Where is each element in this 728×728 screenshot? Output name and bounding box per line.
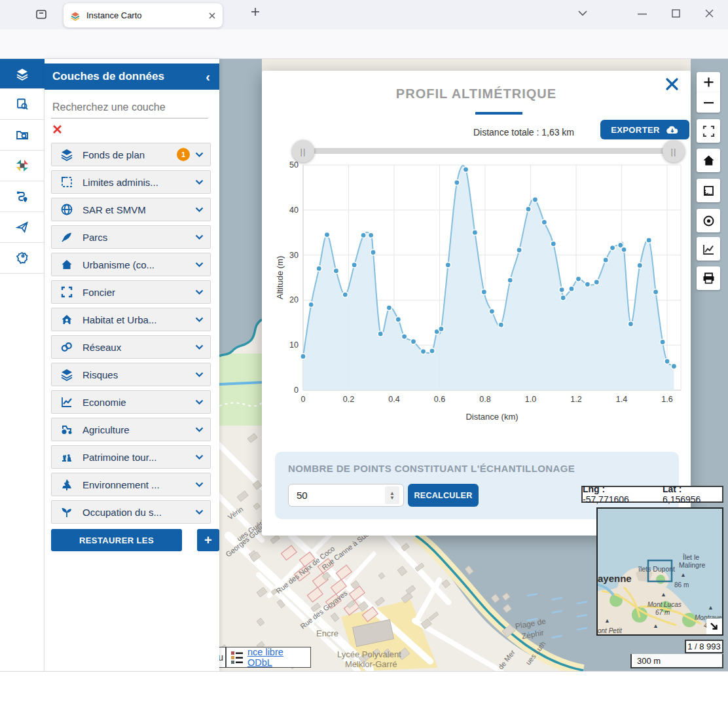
window-close-button[interactable] (705, 9, 714, 18)
layer-group-label: SAR et SMVM (82, 204, 195, 215)
layer-search-input[interactable] (51, 97, 208, 118)
layer-group-label: Economie (82, 397, 195, 408)
svg-text:20: 20 (289, 295, 299, 304)
chevron-down-icon[interactable] (195, 399, 204, 405)
svg-text:1.4: 1.4 (616, 395, 627, 404)
chevron-down-icon[interactable] (195, 179, 204, 185)
zoom-in-button[interactable] (697, 72, 720, 93)
number-stepper[interactable]: ▲▼ (385, 486, 399, 504)
attribution-bar[interactable]: nce libre ODbL (226, 647, 311, 668)
page-search-icon (16, 98, 29, 111)
home-extent-button[interactable] (697, 149, 720, 172)
new-tab-button[interactable] (250, 7, 261, 17)
rail-tool-send[interactable] (0, 212, 45, 243)
svg-text:Distance (km): Distance (km) (465, 412, 518, 422)
rail-tool-folder-search[interactable] (0, 120, 45, 151)
house-user-icon (60, 313, 73, 326)
tab-close-icon[interactable] (208, 12, 216, 20)
measure-button[interactable] (697, 179, 720, 202)
layer-group-label: Parcs (82, 232, 195, 243)
tab-list-chevron-icon[interactable] (577, 10, 588, 16)
map-label: Lycée Polyvalent (337, 649, 401, 659)
pinwheel-icon (14, 157, 31, 174)
layer-group-economie[interactable]: Economie (51, 390, 211, 414)
layer-group-habitat-et-urba[interactable]: Habitat et Urba... (51, 308, 211, 331)
svg-text:30: 30 (289, 251, 299, 260)
zoom-out-button[interactable] (697, 92, 720, 113)
restore-layers-button[interactable]: RESTAURER LES (51, 529, 182, 551)
layer-group-environnement[interactable]: Environnement ... (51, 473, 211, 496)
legend-list-icon[interactable] (230, 650, 244, 664)
window-minimize-button[interactable] (638, 13, 647, 15)
rail-tool-france-pin[interactable] (0, 243, 45, 274)
clear-search-icon[interactable] (52, 124, 62, 134)
layer-group-risques[interactable]: Risques (51, 363, 211, 386)
layer-group-parcs[interactable]: Parcs (51, 225, 211, 249)
browser-tab[interactable]: Instance Carto (64, 3, 223, 27)
recalculate-button[interactable]: RECALCULER (408, 484, 479, 507)
overview-collapse-button[interactable] (706, 619, 722, 634)
layer-group-label: Occupation du s... (82, 507, 195, 518)
rail-tool-route[interactable] (0, 181, 45, 212)
elevation-chart[interactable]: 0102030405000.20.40.60.81.01.21.41.6Alti… (274, 159, 693, 424)
chevron-down-icon[interactable] (195, 372, 204, 378)
svg-text:50: 50 (289, 160, 299, 170)
attribution-link[interactable]: nce libre ODbL (247, 647, 306, 668)
chevron-down-icon[interactable] (195, 454, 204, 460)
layer-group-fonds-de-plan[interactable]: Fonds de plan1 (51, 143, 211, 166)
rail-tool-page-search[interactable] (0, 89, 45, 120)
layer-group-label: Urbanisme (co... (82, 259, 195, 270)
window-maximize-button[interactable] (672, 9, 680, 18)
layer-group-r-seaux[interactable]: Réseaux (51, 335, 211, 359)
panel-collapse-icon[interactable]: ‹ (206, 70, 210, 83)
rail-tool-pinwheel[interactable] (0, 151, 45, 181)
add-layer-button[interactable]: + (197, 529, 219, 551)
points-count-input[interactable]: 50 ▲▼ (288, 484, 404, 507)
site-favicon-icon (70, 10, 81, 21)
layer-group-label: Limites adminis... (82, 177, 195, 188)
attribution-fragment: ou (219, 647, 226, 668)
chevron-down-icon[interactable] (195, 289, 204, 295)
overview-map[interactable]: Îlet leMalingreîlets Dupontayenne▲86 m▲M… (596, 507, 723, 636)
chevron-down-icon[interactable] (195, 509, 204, 515)
print-button[interactable] (697, 266, 720, 290)
layer-group-limites-adminis[interactable]: Limites adminis... (51, 170, 211, 194)
layer-group-agriculture[interactable]: Agriculture (51, 418, 211, 441)
plus-icon (703, 77, 714, 88)
layers-panel: Couches de données ‹ Fonds de plan1Limit… (45, 59, 219, 671)
chevron-down-icon[interactable] (195, 262, 204, 268)
locate-button[interactable] (697, 209, 720, 232)
svg-text:Altitude (m): Altitude (m) (275, 256, 285, 299)
browser-tab-bar: Instance Carto (0, 0, 728, 29)
layer-group-foncier[interactable]: Foncier (51, 280, 211, 304)
export-button[interactable]: EXPORTER (600, 120, 689, 139)
chevron-down-icon[interactable] (195, 207, 204, 213)
cursor-coordinates: Lng : -57,771606 Lat : 6,156956 (581, 486, 723, 503)
browser-window: Instance Carto (0, 0, 728, 728)
layer-group-sar-et-smvm[interactable]: SAR et SMVM (51, 198, 211, 221)
chevron-down-icon[interactable] (195, 234, 204, 240)
elevation-profile-button[interactable] (697, 237, 720, 261)
layer-group-patrimoine-tour[interactable]: Patrimoine tour... (51, 445, 211, 469)
chevron-down-icon[interactable] (195, 344, 204, 350)
chevron-down-icon[interactable] (195, 317, 204, 323)
elevation-profile-modal: PROFIL ALTIMÉTRIQUE Distance totale : 1,… (262, 71, 691, 536)
overview-map-label: Malingre (679, 561, 705, 569)
chevron-down-icon[interactable] (195, 427, 204, 433)
overview-map-label: 67 m (655, 609, 670, 616)
svg-text:0.4: 0.4 (388, 395, 399, 404)
layer-group-urbanisme-co[interactable]: Urbanisme (co... (51, 253, 211, 276)
layer-group-label: Réseaux (82, 342, 195, 353)
layer-group-occupation-du-s[interactable]: Occupation du s... (51, 500, 211, 524)
tree-icon (60, 478, 73, 491)
chevron-down-icon[interactable] (195, 482, 204, 488)
cloud-download-icon (666, 125, 679, 135)
fullscreen-button[interactable] (697, 119, 720, 143)
firefox-view-icon[interactable] (35, 8, 48, 21)
globe-icon (60, 203, 73, 216)
sampling-label: NOMBRE DE POINTS CONSTITUANT L'ÉCHANTILL… (288, 463, 575, 474)
range-slider-track[interactable] (313, 148, 668, 154)
rail-tool-layers[interactable] (0, 59, 45, 89)
chevron-down-icon[interactable] (195, 152, 204, 158)
route-icon (16, 190, 29, 203)
